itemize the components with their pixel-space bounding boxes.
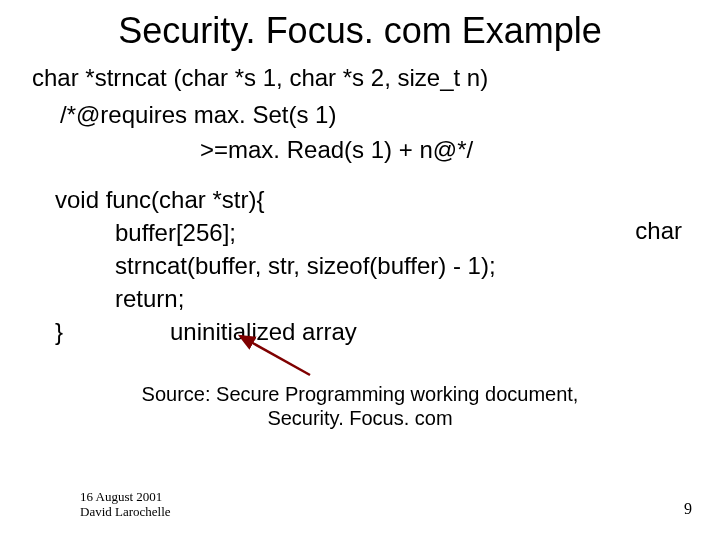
annotation-text: uninitialized array — [170, 318, 720, 346]
requires-line-2: >=max. Read(s 1) + n@*/ — [200, 134, 720, 165]
source-citation: Source: Secure Programming working docum… — [0, 382, 720, 430]
func-decl: void func(char *str){ — [55, 184, 720, 215]
buffer-decl: buffer[256]; — [115, 217, 720, 248]
footer-date-author: 16 August 2001 David Larochelle — [80, 490, 171, 520]
signature-line: char *strncat (char *s 1, char *s 2, siz… — [32, 62, 720, 93]
page-number: 9 — [684, 500, 692, 518]
return-stmt: return; — [115, 283, 720, 314]
char-keyword-right: char — [635, 217, 682, 245]
requires-line-1: /*@requires max. Set(s 1) — [60, 99, 720, 130]
footer-author: David Larochelle — [80, 504, 171, 519]
slide-title: Security. Focus. com Example — [0, 0, 720, 52]
footer-date: 16 August 2001 — [80, 489, 162, 504]
slide: Security. Focus. com Example char *strnc… — [0, 0, 720, 540]
source-line-1: Source: Secure Programming working docum… — [142, 383, 579, 405]
strncat-call: strncat(buffer, str, sizeof(buffer) - 1)… — [115, 250, 720, 281]
source-line-2: Security. Focus. com — [267, 407, 452, 429]
